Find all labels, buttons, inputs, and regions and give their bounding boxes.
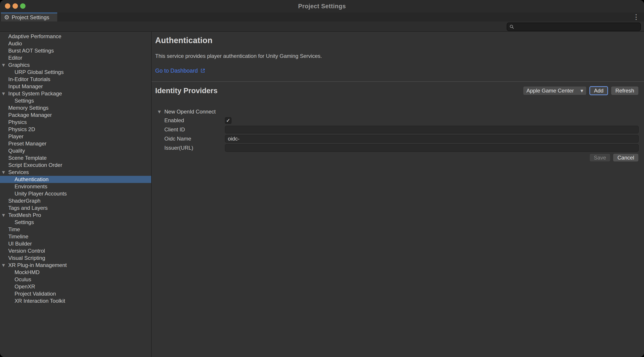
sidebar-item-burst-aot-settings[interactable]: Burst AOT Settings [0, 47, 151, 54]
foldout-icon[interactable] [2, 269, 8, 276]
sidebar-item-unity-player-accounts[interactable]: Unity Player Accounts [0, 190, 151, 197]
sidebar-item-adaptive-performance[interactable]: Adaptive Performance [0, 33, 151, 40]
foldout-icon[interactable] [2, 255, 8, 262]
sidebar-item-xr-interaction-toolkit[interactable]: XR Interaction Toolkit [0, 297, 151, 305]
window-minimize-button[interactable] [12, 3, 18, 9]
search-icon [510, 24, 514, 29]
foldout-icon[interactable] [2, 97, 8, 104]
sidebar-item-services[interactable]: ▼ Services [0, 169, 151, 176]
foldout-icon[interactable] [2, 83, 8, 90]
foldout-icon[interactable]: ▼ [2, 262, 8, 269]
sidebar-item-tags-and-layers[interactable]: Tags and Layers [0, 204, 151, 212]
sidebar-item-urp-global-settings[interactable]: URP Global Settings [0, 69, 151, 76]
foldout-icon[interactable] [2, 290, 8, 297]
search-input[interactable] [516, 24, 638, 30]
sidebar-item-timeline[interactable]: Timeline [0, 233, 151, 240]
foldout-icon[interactable] [2, 247, 8, 255]
window-titlebar[interactable]: Project Settings [0, 0, 644, 12]
sidebar-item-package-manager[interactable]: Package Manager [0, 111, 151, 119]
foldout-icon[interactable] [2, 276, 8, 283]
sidebar-item-script-execution-order[interactable]: Script Execution Order [0, 162, 151, 169]
foldout-icon[interactable] [2, 119, 8, 126]
foldout-icon[interactable] [2, 226, 8, 233]
sidebar-item-in-editor-tutorials[interactable]: In-Editor Tutorials [0, 76, 151, 83]
foldout-icon[interactable] [2, 240, 8, 247]
provider-dropdown[interactable]: Apple Game Center ▼ [523, 86, 586, 95]
save-button[interactable]: Save [590, 153, 611, 162]
foldout-icon[interactable] [2, 176, 8, 183]
window-close-button[interactable] [5, 3, 10, 9]
issuer-url-input[interactable] [225, 144, 639, 152]
sidebar-item-physics-2d[interactable]: Physics 2D [0, 126, 151, 133]
client-id-input[interactable] [225, 126, 639, 133]
foldout-icon[interactable] [2, 76, 8, 83]
cancel-button[interactable]: Cancel [613, 153, 639, 162]
sidebar-item-preset-manager[interactable]: Preset Manager [0, 140, 151, 147]
sidebar-item-player[interactable]: Player [0, 133, 151, 140]
foldout-icon[interactable]: ▼ [158, 109, 164, 114]
sidebar-item-graphics[interactable]: ▼ Graphics [0, 61, 151, 69]
kebab-menu-icon[interactable]: ⋮ [632, 12, 641, 21]
foldout-icon[interactable] [2, 197, 8, 204]
sidebar-item-authentication[interactable]: Authentication [0, 176, 151, 183]
foldout-icon[interactable]: ▼ [2, 90, 8, 97]
add-button[interactable]: Add [590, 86, 608, 95]
sidebar-item-time[interactable]: Time [0, 226, 151, 233]
foldout-icon[interactable]: ▼ [2, 212, 8, 219]
sidebar-item-visual-scripting[interactable]: Visual Scripting [0, 255, 151, 262]
foldout-row[interactable]: ▼ New OpenId Connect [158, 108, 644, 115]
foldout-icon[interactable] [2, 233, 8, 240]
sidebar-item-memory-settings[interactable]: Memory Settings [0, 104, 151, 111]
foldout-icon[interactable]: ▼ [2, 169, 8, 176]
foldout-icon[interactable] [2, 47, 8, 54]
foldout-icon[interactable] [2, 147, 8, 154]
sidebar-item-textmesh-pro[interactable]: ▼ TextMesh Pro [0, 212, 151, 219]
search-field[interactable] [507, 22, 641, 31]
dashboard-link-label: Go to Dashboard [155, 67, 198, 74]
sidebar-item-settings[interactable]: Settings [0, 97, 151, 104]
foldout-icon[interactable] [2, 126, 8, 133]
sidebar-item-environments[interactable]: Environments [0, 183, 151, 190]
sidebar-item-ui-builder[interactable]: UI Builder [0, 240, 151, 247]
sidebar-item-version-control[interactable]: Version Control [0, 247, 151, 255]
foldout-icon[interactable] [2, 133, 8, 140]
sidebar-item-physics[interactable]: Physics [0, 119, 151, 126]
sidebar-item-xr-plug-in-management[interactable]: ▼ XR Plug-in Management [0, 262, 151, 269]
sidebar-item-settings[interactable]: Settings [0, 219, 151, 226]
foldout-icon[interactable] [2, 283, 8, 290]
foldout-icon[interactable] [2, 54, 8, 61]
foldout-icon[interactable] [2, 219, 8, 226]
foldout-icon[interactable] [2, 162, 8, 169]
foldout-icon[interactable] [2, 190, 8, 197]
dashboard-link[interactable]: Go to Dashboard [155, 67, 206, 74]
tab-project-settings[interactable]: ⚙ Project Settings [1, 12, 57, 21]
sidebar-item-openxr[interactable]: OpenXR [0, 283, 151, 290]
sidebar-item-audio[interactable]: Audio [0, 40, 151, 47]
sidebar-item-mockhmd[interactable]: MockHMD [0, 269, 151, 276]
foldout-icon[interactable] [2, 140, 8, 147]
foldout-icon[interactable] [2, 183, 8, 190]
foldout-icon[interactable]: ▼ [2, 61, 8, 69]
sidebar-item-label: Player [8, 133, 24, 139]
enabled-checkbox[interactable]: ✓ [225, 117, 232, 124]
sidebar-item-shadergraph[interactable]: ShaderGraph [0, 197, 151, 204]
oidc-name-input[interactable] [225, 135, 639, 143]
foldout-icon[interactable] [2, 204, 8, 212]
refresh-button[interactable]: Refresh [611, 86, 639, 95]
sidebar-item-project-validation[interactable]: Project Validation [0, 290, 151, 297]
foldout-icon[interactable] [2, 69, 8, 76]
sidebar-item-editor[interactable]: Editor [0, 54, 151, 61]
sidebar-item-label: Input Manager [8, 83, 43, 89]
window-zoom-button[interactable] [20, 3, 26, 9]
sidebar-item-scene-template[interactable]: Scene Template [0, 154, 151, 162]
foldout-icon[interactable] [2, 104, 8, 111]
sidebar-item-oculus[interactable]: Oculus [0, 276, 151, 283]
sidebar-item-input-system-package[interactable]: ▼ Input System Package [0, 90, 151, 97]
foldout-icon[interactable] [2, 111, 8, 119]
sidebar-item-quality[interactable]: Quality [0, 147, 151, 154]
foldout-icon[interactable] [2, 154, 8, 162]
foldout-icon[interactable] [2, 297, 8, 305]
foldout-icon[interactable] [2, 33, 8, 40]
sidebar-item-input-manager[interactable]: Input Manager [0, 83, 151, 90]
foldout-icon[interactable] [2, 40, 8, 47]
